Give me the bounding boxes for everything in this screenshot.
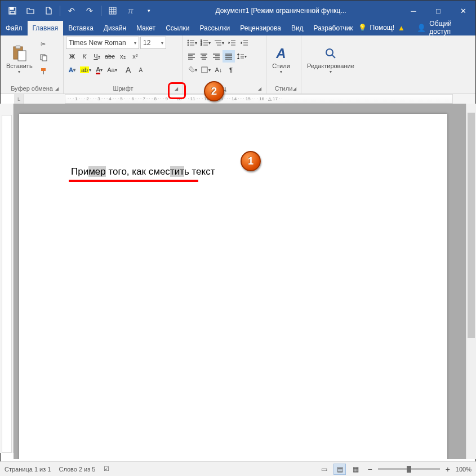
tab-insert[interactable]: Вставка	[63, 21, 99, 35]
new-button[interactable]	[40, 2, 57, 19]
svg-point-11	[188, 40, 189, 41]
tab-developer[interactable]: Разработчик	[309, 21, 358, 35]
svg-rect-17	[202, 67, 207, 73]
editing-label: Редактирование	[307, 63, 354, 69]
paragraph-launcher[interactable]: ◢	[256, 84, 264, 92]
vertical-scrollbar[interactable]	[466, 104, 476, 459]
bullets-button[interactable]: ▾	[185, 37, 199, 49]
font-name-combo[interactable]: Times New Roman▾	[66, 37, 139, 49]
callout-1: 1	[241, 151, 261, 171]
tab-layout[interactable]: Макет	[131, 21, 161, 35]
tab-mailings[interactable]: Рассылки	[194, 21, 235, 35]
font-color-button[interactable]: A ▾	[93, 64, 105, 76]
highlight-button[interactable]: ab ▾	[78, 64, 93, 76]
undo-button[interactable]: ↶	[63, 2, 80, 19]
group-clipboard: Вставить ▾ ✂ Буфер обмена◢	[1, 35, 64, 94]
sort-button[interactable]: A↓	[212, 64, 225, 76]
styles-group-label: Стили	[275, 85, 293, 92]
shrink-font-button[interactable]: A	[135, 64, 147, 76]
styles-label: Стили	[272, 63, 290, 69]
svg-rect-8	[42, 56, 47, 61]
save-button[interactable]	[4, 2, 21, 19]
svg-rect-3	[109, 7, 116, 14]
inc-indent-button[interactable]	[238, 37, 251, 49]
numbering-button[interactable]: 123▾	[199, 37, 212, 49]
equation-button[interactable]: π	[122, 2, 139, 19]
read-mode-button[interactable]: ▭	[318, 464, 330, 475]
annotation-underline	[69, 180, 198, 182]
word-count[interactable]: Слово 2 из 5	[59, 466, 95, 473]
document-text[interactable]: Пример того, как сместить текст	[71, 166, 215, 177]
quick-access-toolbar: ↶ ↷ π ▾	[1, 2, 161, 19]
zoom-in-button[interactable]: +	[443, 465, 452, 474]
align-left-button[interactable]	[185, 50, 198, 63]
page-status[interactable]: Страница 1 из 1	[5, 466, 51, 473]
zoom-level[interactable]: 100%	[456, 466, 471, 473]
show-marks-button[interactable]: ¶	[225, 64, 237, 76]
align-right-button[interactable]	[210, 50, 223, 63]
styles-button[interactable]: A Стили ▾	[269, 37, 293, 82]
line-spacing-button[interactable]: ▾	[235, 50, 248, 63]
ribbon: Вставить ▾ ✂ Буфер обмена◢ Times New Rom…	[1, 35, 475, 94]
text-effects-button[interactable]: A ▾	[66, 64, 78, 76]
spellcheck-icon[interactable]: ☑	[104, 465, 109, 473]
svg-rect-1	[10, 7, 14, 10]
tab-home[interactable]: Главная	[28, 21, 64, 35]
share-button[interactable]: Общий доступ	[429, 20, 472, 35]
zoom-slider[interactable]	[378, 468, 440, 470]
svg-point-12	[188, 42, 189, 43]
web-layout-button[interactable]: ▦	[349, 464, 362, 475]
font-size-combo[interactable]: 12▾	[140, 37, 166, 49]
redo-button[interactable]: ↷	[81, 2, 98, 19]
grow-font-button[interactable]: A	[122, 64, 135, 76]
borders-button[interactable]: ▾	[199, 64, 212, 76]
format-painter-button[interactable]	[37, 65, 50, 77]
svg-rect-10	[43, 71, 44, 74]
chevron-down-icon: ▾	[18, 69, 20, 74]
tab-view[interactable]: Вид	[286, 21, 309, 35]
multilevel-button[interactable]: ▾	[212, 37, 226, 49]
svg-rect-2	[10, 11, 15, 14]
bold-button[interactable]: Ж	[66, 50, 78, 63]
subscript-button[interactable]: x₂	[117, 50, 129, 63]
editing-button[interactable]: Редактирование ▾	[304, 37, 358, 82]
tab-references[interactable]: Ссылки	[161, 21, 194, 35]
italic-button[interactable]: К	[78, 50, 91, 63]
window-title: Документ1 [Режим ограниченной функц...	[161, 7, 401, 15]
table-button[interactable]	[104, 2, 121, 19]
copy-button[interactable]	[37, 51, 50, 64]
underline-button[interactable]: Ч ▾	[91, 50, 103, 63]
maximize-button[interactable]: □	[426, 1, 451, 21]
zoom-out-button[interactable]: −	[365, 465, 374, 474]
horizontal-ruler[interactable]: L · 1 · · · · 1 · · · 2 · · · 3 · · · 4 …	[14, 94, 475, 104]
svg-rect-9	[41, 68, 46, 71]
minimize-button[interactable]: ─	[401, 1, 426, 21]
file-menu[interactable]: Файл	[1, 21, 28, 35]
person-icon: 👤	[417, 24, 426, 32]
cut-button[interactable]: ✂	[37, 38, 50, 50]
strikethrough-button[interactable]: abc	[103, 50, 117, 63]
clipboard-launcher[interactable]: ◢	[53, 84, 61, 92]
svg-text:3: 3	[201, 43, 202, 46]
paste-label: Вставить	[6, 63, 33, 69]
paste-button[interactable]: Вставить ▾	[3, 37, 36, 82]
help-tell-me[interactable]: Помощ!	[370, 24, 394, 32]
qat-customize-button[interactable]: ▾	[140, 2, 157, 19]
page[interactable]: Пример того, как сместить текст	[19, 114, 447, 459]
shading-button[interactable]: ▾	[185, 64, 199, 76]
justify-button[interactable]	[223, 50, 235, 63]
tab-design[interactable]: Дизайн	[99, 21, 131, 35]
group-font: Times New Roman▾ 12▾ Ж К Ч ▾ abc x₂ x² A…	[64, 35, 183, 94]
dec-indent-button[interactable]	[226, 37, 238, 49]
print-layout-button[interactable]: ▤	[333, 464, 346, 475]
ribbon-tabs: Файл Главная Вставка Дизайн Макет Ссылки…	[1, 21, 475, 35]
align-center-button[interactable]	[198, 50, 210, 63]
change-case-button[interactable]: Aa▾	[105, 64, 118, 76]
annotation-font-launcher-highlight	[168, 82, 186, 99]
open-button[interactable]	[22, 2, 39, 19]
close-button[interactable]: ✕	[451, 1, 475, 21]
tab-review[interactable]: Рецензирова	[235, 21, 286, 35]
styles-launcher[interactable]: ◢	[291, 84, 299, 92]
superscript-button[interactable]: x²	[129, 50, 141, 63]
vertical-ruler[interactable]	[0, 104, 14, 453]
